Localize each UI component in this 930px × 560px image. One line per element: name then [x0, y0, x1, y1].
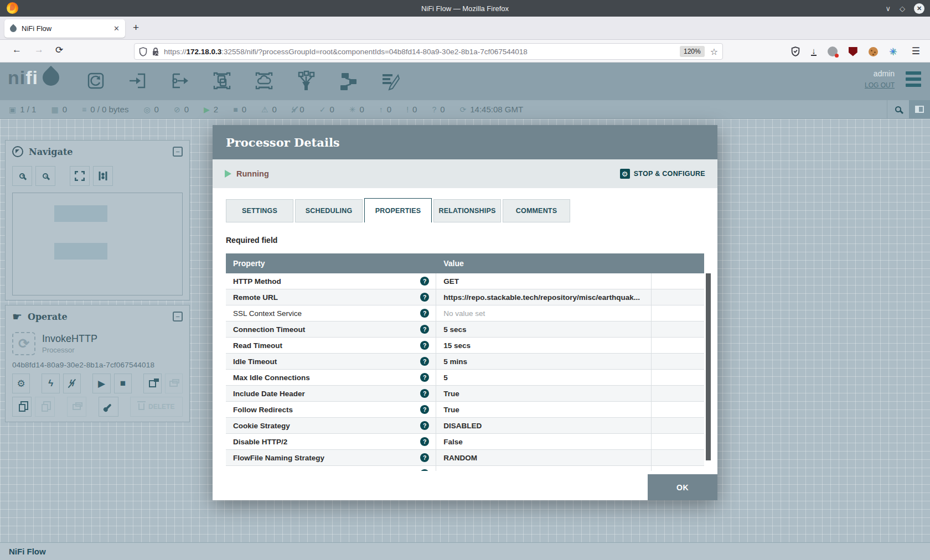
start-icon[interactable]: ▶	[92, 374, 110, 393]
table-scrollbar[interactable]	[706, 273, 711, 467]
zoom-actual-button[interactable]	[93, 166, 113, 186]
navigate-collapse-button[interactable]: −	[173, 147, 183, 157]
new-tab-button[interactable]: +	[133, 22, 139, 34]
lock-warning-icon[interactable]	[152, 47, 159, 56]
window-minimize-button[interactable]: ∨	[885, 5, 891, 12]
nifi-header: nifi admin LOG OUT	[0, 63, 930, 100]
download-icon[interactable]: ↓	[811, 47, 817, 56]
window-close-button[interactable]: ✕	[914, 3, 924, 14]
property-row[interactable]: Include Date Header ? True	[226, 386, 704, 402]
processor-icon[interactable]	[83, 68, 108, 94]
group-selection-icon[interactable]	[67, 397, 86, 417]
label-icon[interactable]	[378, 68, 403, 94]
funnel-icon[interactable]	[293, 68, 319, 94]
logout-link[interactable]: LOG OUT	[865, 81, 895, 89]
delete-button[interactable]: DELETE	[130, 397, 183, 417]
property-row[interactable]: Idle Timeout ? 5 mins	[226, 354, 704, 370]
paste-icon[interactable]	[35, 397, 54, 417]
stop-and-configure-button[interactable]: ⚙ STOP & CONFIGURE	[620, 169, 705, 179]
tracking-shield-icon[interactable]	[139, 47, 147, 56]
copy-icon[interactable]	[12, 397, 32, 417]
property-row[interactable]: FlowFile Naming Strategy ? RANDOM	[226, 450, 704, 466]
help-question-icon[interactable]: ?	[420, 357, 429, 366]
fill-color-brush-icon[interactable]	[99, 397, 118, 417]
help-question-icon[interactable]: ?	[420, 277, 429, 286]
locally-modified-stale-icon: !	[406, 106, 409, 113]
invalid-icon: ⚠	[261, 106, 268, 113]
cluster-icon: ▣	[9, 106, 16, 113]
help-question-icon[interactable]: ?	[420, 309, 429, 318]
property-row[interactable]: Remote URL ? https://repo.stackable.tech…	[226, 289, 704, 305]
running-icon: ▶	[204, 106, 210, 113]
property-row[interactable]: Attributes to Send ? No value set	[226, 466, 704, 471]
reload-button[interactable]: ⟳	[55, 44, 63, 56]
help-question-icon[interactable]: ?	[420, 405, 429, 414]
configure-gear-icon[interactable]: ⚙	[12, 374, 30, 393]
help-question-icon[interactable]: ?	[420, 389, 429, 398]
property-row[interactable]: Follow Redirects ? True	[226, 402, 704, 418]
help-question-icon[interactable]: ?	[420, 469, 429, 471]
global-menu-icon[interactable]	[906, 71, 921, 90]
help-question-icon[interactable]: ?	[420, 341, 429, 350]
zoom-out-button[interactable]: −	[35, 166, 55, 186]
not-transmitting-icon: ⊘	[174, 106, 180, 113]
window-maximize-button[interactable]: ◇	[900, 5, 905, 12]
help-question-icon[interactable]: ?	[420, 293, 429, 302]
window-titlebar: NiFi Flow — Mozilla Firefox ∨ ◇ ✕	[0, 0, 930, 17]
template-icon[interactable]	[335, 68, 361, 94]
scrollbar-thumb[interactable]	[706, 273, 711, 460]
help-question-icon[interactable]: ?	[420, 453, 429, 462]
output-port-icon[interactable]	[167, 68, 193, 94]
dialog-tab[interactable]: SCHEDULING	[295, 199, 363, 222]
create-template-icon[interactable]	[143, 374, 161, 393]
process-group-icon[interactable]	[209, 68, 235, 94]
url-bar[interactable]: https://172.18.0.3:32558/nifi/?processGr…	[134, 43, 723, 60]
property-row[interactable]: Read Timeout ? 15 secs	[226, 338, 704, 354]
operate-collapse-button[interactable]: −	[173, 312, 183, 322]
cookie-icon[interactable]	[869, 47, 878, 56]
enable-lightning-icon[interactable]: ϟ	[42, 374, 59, 393]
url-text[interactable]: https://172.18.0.3:32558/nifi/?processGr…	[164, 48, 680, 56]
disable-lightning-icon[interactable]: ϟ	[63, 374, 81, 393]
search-button[interactable]	[887, 100, 909, 118]
zoom-in-button[interactable]: +	[12, 166, 32, 186]
privacy-badger-icon[interactable]	[828, 46, 838, 56]
remote-process-group-icon[interactable]	[251, 68, 277, 94]
protections-shield-icon[interactable]	[791, 46, 800, 56]
forward-button[interactable]: →	[34, 44, 44, 55]
browser-tab[interactable]: NiFi Flow ✕	[4, 19, 125, 38]
zoom-fit-button[interactable]	[70, 166, 90, 186]
firefox-menu-icon[interactable]: ☰	[912, 45, 920, 57]
help-question-icon[interactable]: ?	[420, 421, 429, 430]
dialog-tab[interactable]: RELATIONSHIPS	[433, 199, 501, 222]
stop-icon[interactable]: ■	[114, 374, 132, 393]
ublock-icon[interactable]	[849, 47, 857, 56]
group-icon[interactable]	[165, 374, 183, 393]
property-row[interactable]: Max Idle Connections ? 5	[226, 370, 704, 386]
input-port-icon[interactable]	[125, 68, 151, 94]
properties-scroll-area[interactable]: HTTP Method ? GET Remote URL ? https://r…	[226, 273, 704, 471]
help-question-icon[interactable]: ?	[420, 325, 429, 334]
property-row[interactable]: SSL Context Service ? No value set	[226, 305, 704, 322]
bookmark-star-icon[interactable]: ☆	[710, 46, 718, 57]
breadcrumb[interactable]: NiFi Flow	[9, 547, 46, 556]
zoom-level-badge[interactable]: 120%	[680, 46, 705, 57]
dialog-tab[interactable]: PROPERTIES	[364, 198, 432, 222]
ok-button[interactable]: OK	[648, 474, 717, 500]
help-question-icon[interactable]: ?	[420, 373, 429, 382]
help-question-icon[interactable]: ?	[420, 437, 429, 446]
breadcrumb-bar: NiFi Flow	[0, 542, 930, 560]
dialog-tab[interactable]: SETTINGS	[226, 199, 293, 222]
dialog-tab[interactable]: COMMENTS	[503, 199, 570, 222]
property-row[interactable]: Disable HTTP/2 ? False	[226, 434, 704, 450]
flow-status-panel-toggle[interactable]	[909, 100, 930, 118]
back-button[interactable]: ←	[12, 44, 22, 55]
property-row[interactable]: Cookie Strategy ? DISABLED	[226, 418, 704, 434]
nifi-logo: nifi	[8, 68, 59, 87]
property-row[interactable]: HTTP Method ? GET	[226, 273, 704, 289]
tab-close-icon[interactable]: ✕	[113, 24, 120, 33]
property-row[interactable]: Connection Timeout ? 5 secs	[226, 322, 704, 338]
birdseye-minimap[interactable]	[12, 193, 183, 295]
component-toolbar	[83, 68, 403, 94]
container-asterisk-icon[interactable]: ✳	[889, 46, 897, 58]
